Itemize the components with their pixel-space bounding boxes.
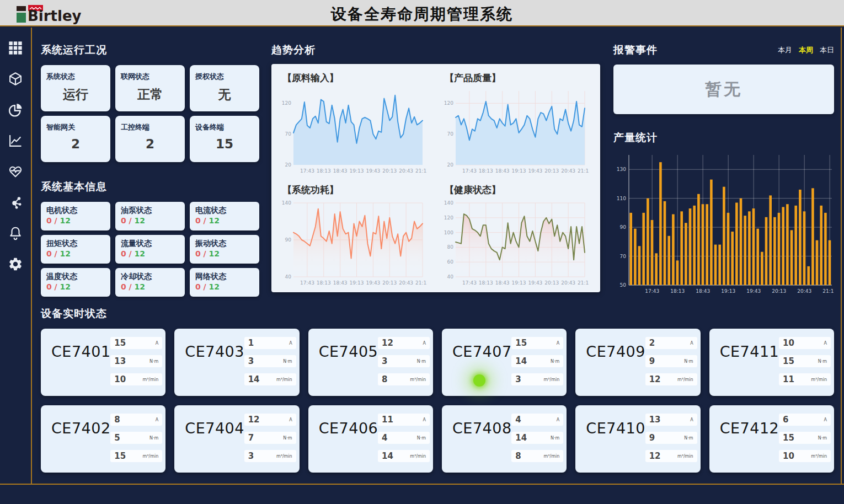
device-stat-row: 13N·m [110,355,162,367]
alarm-tab-3[interactable]: 本日 [820,45,834,55]
alarm-tab-1[interactable]: 本月 [778,45,792,55]
stat-unit: A [824,341,827,346]
svg-text:100: 100 [444,230,453,235]
svg-text:17:43: 17:43 [300,280,314,286]
stat-unit: A [690,341,693,346]
stat-unit: A [423,341,426,346]
device-stat-row: 13A [645,414,697,426]
info-card-label: 网络状态 [195,272,254,282]
trend-chart-raw-input: 207012017:4318:1318:4319:1319:4320:1320:… [277,85,427,178]
status-card-1: 系统状态运行 [41,65,110,111]
stat-unit: A [156,341,158,346]
stat-value: 3 [248,451,254,461]
device-stat-row: 8m³/min [511,450,563,462]
device-card-CE7402[interactable]: CE74028A5N·m15m³/min [41,405,165,473]
svg-text:21:13: 21:13 [578,168,589,174]
chart-title: 【原料输入】 [282,72,436,84]
stat-unit: m³/min [811,377,827,382]
trend-block-system-power: 【系统功耗】409014017:4318:1318:4319:1319:4320… [274,178,436,290]
svg-text:18:43: 18:43 [696,288,710,294]
svg-text:120: 120 [444,100,453,106]
device-stats: 6A15N·m10m³/min [779,414,831,462]
svg-text:18:43: 18:43 [495,168,510,174]
settings-gear-icon[interactable] [7,256,24,272]
stat-value: 3 [248,356,254,366]
alarm-tab-2[interactable]: 本周 [799,45,813,55]
device-stat-row: 9N·m [645,355,697,367]
svg-text:17:43: 17:43 [645,288,659,294]
info-current: 0 / [195,249,206,258]
info-current: 0 / [46,216,57,225]
device-stats: 11A4N·m14m³/min [378,414,430,462]
stat-value: 12 [649,451,661,461]
trend-chart-system-power: 409014017:4318:1318:4319:1319:4320:1320:… [277,197,427,290]
svg-text:19:13: 19:13 [512,280,526,286]
info-current: 0 / [195,216,206,225]
stat-unit: m³/min [677,377,693,382]
device-card-CE7412[interactable]: CE74126A15N·m10m³/min [709,405,834,473]
info-card-value: 0 / 12 [121,216,179,225]
device-card-CE7401[interactable]: CE740115A13N·m10m³/min [41,329,165,396]
stat-value: 1 [248,338,254,348]
apps-grid-icon[interactable] [7,40,24,56]
device-card-CE7407[interactable]: CE740715A14N·m3m³/min [442,329,567,396]
device-grid: CE740115A13N·m10m³/minCE74031A3N·m14m³/m… [41,329,834,473]
pie-chart-icon[interactable] [7,101,24,118]
system-status-section: 系统运行工况 系统状态运行联网状态正常授权状态无智能网关2工控终端2设备终端15… [41,43,259,297]
device-name: CE7407 [452,343,512,360]
stat-unit: m³/min [677,454,693,459]
svg-text:18:43: 18:43 [333,280,348,286]
device-card-CE7403[interactable]: CE74031A3N·m14m³/min [174,329,299,396]
info-card-label: 流量状态 [121,239,179,249]
stat-unit: N·m [283,436,292,441]
device-card-CE7405[interactable]: CE740512A3N·m8m³/min [308,329,433,396]
health-heart-icon[interactable] [7,163,24,180]
device-stat-row: 14N·m [511,432,563,444]
svg-text:19:43: 19:43 [366,168,380,174]
stat-value: 13 [649,415,661,425]
svg-text:70: 70 [620,254,627,259]
status-card-3: 授权状态无 [190,65,259,111]
device-stat-row: 11m³/min [779,373,831,385]
stat-value: 5 [114,433,120,443]
device-name: CE7409 [586,343,645,360]
device-card-CE7404[interactable]: CE740412A7N·m3m³/min [174,405,299,473]
info-card-value: 0 / 12 [121,282,179,291]
stat-value: 10 [783,451,794,461]
device-card-CE7409[interactable]: CE74092A9N·m12m³/min [575,329,700,396]
device-card-CE7408[interactable]: CE74084A14N·m8m³/min [442,405,567,473]
status-card-label: 工控终端 [121,122,179,132]
info-card-label: 扭矩状态 [46,239,105,249]
stat-unit: N·m [551,436,559,441]
device-card-CE7406[interactable]: CE740611A4N·m14m³/min [308,405,433,473]
svg-text:21:13: 21:13 [415,168,427,174]
stat-value: 14 [382,451,393,461]
svg-text:17:43: 17:43 [300,168,314,174]
trend-block-health-status: 【健康状态】40608010012014017:4318:1318:4319:1… [436,178,598,290]
status-card-value: 15 [195,137,254,151]
svg-text:18:13: 18:13 [317,168,331,174]
info-total: 12 [60,216,71,225]
svg-text:18:13: 18:13 [479,168,493,174]
network-nodes-icon[interactable] [7,194,24,211]
info-card-value: 0 / 12 [46,282,105,291]
info-total: 12 [135,216,145,225]
info-card-7: 温度状态0 / 12 [41,268,110,297]
stat-value: 12 [382,338,393,348]
stat-value: 9 [649,433,655,443]
line-chart-icon[interactable] [7,132,24,149]
device-name: CE7403 [185,343,244,360]
device-name: CE7412 [720,420,779,437]
model-cube-icon[interactable] [7,71,24,87]
stat-unit: N·m [283,359,292,364]
device-stat-row: 3m³/min [244,450,296,462]
device-card-CE7410[interactable]: CE741013A9N·m12m³/min [575,405,700,473]
info-card-8: 冷却状态0 / 12 [115,268,185,297]
svg-text:20:43: 20:43 [399,168,413,174]
svg-text:18:13: 18:13 [479,280,493,286]
alarm-bell-icon[interactable] [7,225,24,242]
stat-unit: A [423,417,426,422]
stat-unit: m³/min [143,454,159,459]
device-card-CE7411[interactable]: CE741110A15N·m11m³/min [709,329,834,396]
device-stat-row: 11A [378,414,430,426]
